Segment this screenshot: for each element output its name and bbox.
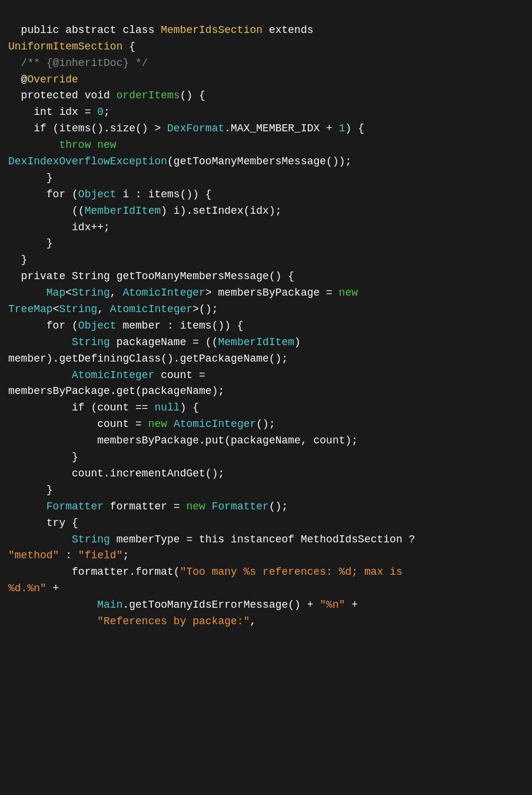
line-36: Main.getTooManyIdsErrorMessage() + "%n" … [8, 599, 358, 611]
line-20: String packageName = ((MemberIdItem) [8, 336, 301, 348]
line-2: UniformItemSection { [8, 41, 135, 52]
line-13: idx++; [8, 221, 110, 233]
line-37: "References by package:", [8, 615, 256, 627]
line-7: if (items().size() > DexFormat.MAX_MEMBE… [8, 122, 364, 134]
line-6: int idx = 0; [8, 106, 110, 118]
line-5: protected void orderItems() { [8, 90, 205, 101]
line-9: DexIndexOverflowException(getTooManyMemb… [8, 155, 351, 167]
line-11: for (Object i : items()) { [8, 188, 212, 200]
line-3: /** {@inheritDoc} */ [8, 57, 148, 69]
line-33: "method" : "field"; [8, 549, 129, 561]
line-25: count = new AtomicInteger(); [8, 418, 275, 430]
line-23: membersByPackage.get(packageName); [8, 385, 224, 397]
line-18: TreeMap<String, AtomicInteger>(); [8, 303, 218, 315]
line-14: } [8, 237, 53, 249]
line-1: public abstract class MemberIdsSection e… [21, 24, 314, 36]
line-10: } [8, 172, 53, 184]
line-21: member).getDefiningClass().getPackageNam… [8, 353, 288, 365]
line-28: count.incrementAndGet(); [8, 468, 224, 479]
line-29: } [8, 484, 53, 496]
line-8: throw new [8, 139, 117, 151]
line-27: } [8, 451, 78, 463]
line-12: ((MemberIdItem) i).setIndex(idx); [8, 205, 282, 217]
line-26: membersByPackage.put(packageName, count)… [8, 435, 358, 446]
line-34: formatter.format("Too many %s references… [8, 566, 403, 578]
line-17: Map<String, AtomicInteger> membersByPack… [8, 287, 358, 299]
line-19: for (Object member : items()) { [8, 320, 244, 332]
line-16: private String getTooManyMembersMessage(… [8, 270, 294, 282]
line-15: } [8, 254, 27, 266]
line-22: AtomicInteger count = [8, 369, 205, 381]
line-4: @Override [8, 74, 78, 85]
line-35: %d.%n" + [8, 582, 59, 594]
code-view: public abstract class MemberIdsSection e… [8, 6, 524, 630]
line-30: Formatter formatter = new Formatter(); [8, 501, 288, 512]
line-24: if (count == null) { [8, 402, 199, 413]
line-31: try { [8, 517, 78, 529]
line-32: String memberType = this instanceof Meth… [8, 534, 415, 545]
